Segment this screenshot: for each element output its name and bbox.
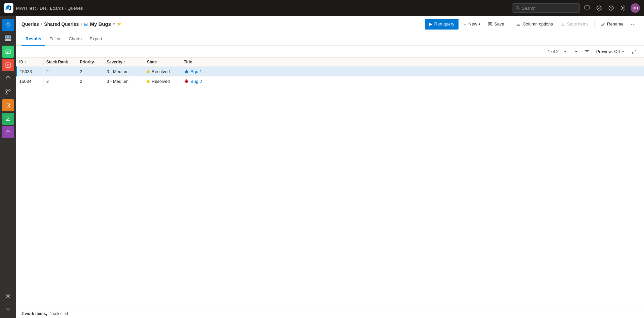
tab-editor[interactable]: Editor: [45, 33, 65, 46]
page-down-button[interactable]: [572, 48, 580, 56]
svg-rect-10: [5, 36, 8, 38]
table-row[interactable]: 15034 2 2 3 - Medium Resolved Bug 2: [17, 76, 644, 86]
table-row[interactable]: 15033 2 2 3 - Medium Resolved Bgu 1: [17, 67, 644, 76]
rename-button[interactable]: Rename: [597, 19, 627, 30]
save-items-button[interactable]: Save items: [557, 19, 592, 30]
azure-devops-logo[interactable]: [4, 3, 13, 13]
run-query-button[interactable]: ▶ Run query: [425, 19, 459, 30]
svg-rect-14: [6, 50, 10, 53]
svg-text:?: ?: [610, 7, 612, 10]
col-priority[interactable]: Priority ↑: [77, 58, 104, 67]
tab-results[interactable]: Results: [21, 33, 45, 46]
work-item-title-link[interactable]: Bgu 1: [191, 69, 202, 74]
search-box[interactable]: [513, 3, 580, 13]
save-button[interactable]: Save: [485, 19, 507, 30]
svg-point-27: [7, 295, 9, 297]
search-icon: [516, 6, 520, 10]
col-severity[interactable]: Severity ↑: [104, 58, 144, 67]
preview-button[interactable]: Preview: Off: [594, 47, 627, 56]
page-up-button[interactable]: [561, 48, 569, 56]
topbar-breadcrumb: MWITTest / DH / Boards / Queries: [16, 6, 510, 11]
svg-rect-26: [6, 132, 10, 134]
run-icon: ▶: [429, 21, 432, 26]
svg-point-45: [185, 80, 188, 83]
notifications-icon[interactable]: [582, 3, 592, 13]
preview-dropdown-icon: [621, 50, 625, 53]
svg-point-21: [6, 93, 7, 94]
query-title-area: ⊟ My Bugs ▾ ★: [84, 21, 121, 27]
sidebar-item-test-plans[interactable]: [2, 113, 14, 125]
page-header: Queries › Shared Queries › ⊟ My Bugs ▾ ★…: [16, 16, 644, 32]
cell-priority: 2: [77, 67, 104, 76]
col-state[interactable]: State ↑: [144, 58, 181, 67]
svg-rect-9: [7, 25, 9, 27]
new-button[interactable]: ＋ New ▾: [460, 19, 483, 30]
breadcrumb-queries[interactable]: Queries: [21, 21, 39, 27]
breadcrumb-section[interactable]: Queries: [67, 6, 83, 11]
svg-line-47: [185, 80, 185, 81]
work-item-title-link[interactable]: Bug 2: [191, 79, 202, 84]
basket-icon[interactable]: [594, 3, 604, 13]
col-stack-rank[interactable]: Stack Rank ↑: [44, 58, 77, 67]
expand-button[interactable]: [629, 47, 639, 56]
pagination-toolbar: 1 of 2 Preview: Off: [16, 46, 644, 58]
sidebar: [0, 16, 16, 318]
sidebar-bottom: [2, 290, 14, 315]
cell-severity: 3 - Medium: [104, 67, 144, 76]
breadcrumb-area: Queries › Shared Queries › ⊟ My Bugs ▾ ★: [21, 21, 422, 27]
svg-point-0: [516, 6, 519, 9]
sidebar-item-pipelines[interactable]: [2, 99, 14, 111]
svg-point-8: [622, 7, 624, 9]
main-content: Queries › Shared Queries › ⊟ My Bugs ▾ ★…: [16, 16, 644, 318]
sidebar-item-work-items[interactable]: [2, 46, 14, 58]
sidebar-item-artifacts[interactable]: [2, 126, 14, 138]
svg-rect-17: [6, 63, 10, 67]
pagination-text: 1 of 2: [548, 49, 559, 54]
favorite-star-icon[interactable]: ★: [117, 21, 121, 27]
selected-count: 1 selected: [50, 311, 68, 316]
cell-state: Resolved: [144, 67, 181, 76]
col-id[interactable]: ID ↑: [17, 58, 44, 67]
more-icon: [631, 21, 636, 27]
svg-line-39: [185, 70, 185, 71]
help-icon[interactable]: ?: [606, 3, 616, 13]
sidebar-item-repos[interactable]: [2, 86, 14, 98]
query-title-text: My Bugs: [90, 21, 111, 27]
sort-priority-icon: ↑: [95, 60, 97, 64]
svg-line-40: [187, 70, 188, 71]
sidebar-item-settings[interactable]: [2, 290, 14, 302]
sidebar-item-boards[interactable]: [2, 32, 14, 44]
svg-rect-12: [5, 39, 8, 41]
cell-stack-rank: 2: [44, 76, 77, 86]
sidebar-item-expand[interactable]: [2, 303, 14, 315]
sort-stack-rank-icon: ↑: [69, 60, 71, 64]
breadcrumb-area[interactable]: Boards: [50, 6, 64, 11]
sidebar-item-home[interactable]: [2, 19, 14, 31]
breadcrumb-org[interactable]: MWITTest: [16, 6, 36, 11]
query-title-dropdown[interactable]: ▾: [113, 22, 115, 26]
svg-point-38: [186, 70, 187, 71]
col-title[interactable]: Title: [181, 58, 644, 67]
svg-line-51: [185, 83, 185, 84]
bug-icon: [184, 78, 189, 84]
preview-label: Preview: Off: [596, 49, 620, 54]
svg-line-1: [519, 9, 520, 10]
svg-line-43: [185, 73, 185, 74]
state-dot: [147, 80, 150, 83]
tab-export[interactable]: Export: [86, 33, 106, 46]
cell-priority: 2: [77, 76, 104, 86]
search-input[interactable]: [522, 6, 577, 11]
tab-charts[interactable]: Charts: [65, 33, 86, 46]
sidebar-item-queries[interactable]: [2, 59, 14, 71]
more-options-button[interactable]: [628, 19, 639, 30]
sidebar-top: [2, 19, 14, 288]
svg-point-46: [186, 80, 187, 81]
breadcrumb-project[interactable]: DH: [40, 6, 46, 11]
column-options-button[interactable]: Column options: [513, 19, 556, 30]
user-avatar[interactable]: DH: [631, 3, 640, 13]
breadcrumb-shared-queries[interactable]: Shared Queries: [44, 21, 79, 27]
settings-icon[interactable]: [619, 3, 628, 13]
filter-button[interactable]: [583, 47, 591, 56]
sidebar-item-sprints[interactable]: [2, 72, 14, 85]
svg-line-48: [187, 80, 188, 81]
